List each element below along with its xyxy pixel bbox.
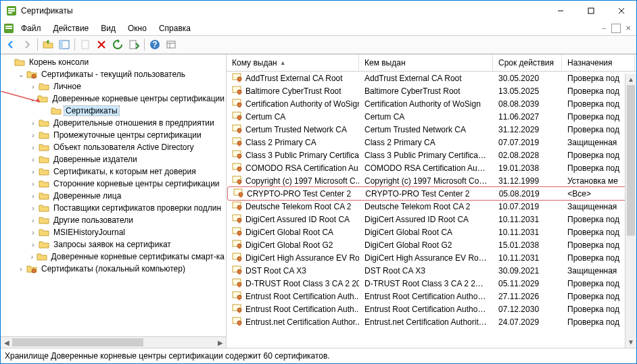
- menu-view[interactable]: Вид: [95, 22, 121, 34]
- list-row[interactable]: Entrust Root Certification Auth...Entrus…: [227, 290, 636, 303]
- tree-certs-user[interactable]: ⌄Сертификаты - текущий пользователь: [1, 68, 226, 80]
- expand-icon[interactable]: ›: [28, 192, 39, 200]
- menu-window[interactable]: Окно: [122, 22, 152, 34]
- tree-label: Доверенные корневые центры сертификации: [51, 94, 226, 103]
- tree-label: Доверенные лица: [52, 191, 122, 201]
- tree-root[interactable]: Корень консоли: [1, 56, 226, 68]
- expand-icon[interactable]: ›: [28, 241, 39, 249]
- tree-enterprise-trust[interactable]: ›Доверительные отношения в предприятии: [1, 117, 226, 129]
- maximize-button[interactable]: [575, 1, 606, 21]
- expand-icon[interactable]: ›: [28, 156, 39, 163]
- tree-trusted-publishers[interactable]: ›Доверенные издатели: [1, 153, 226, 165]
- expand-icon[interactable]: ›: [28, 205, 39, 212]
- tree-auth-providers[interactable]: ›Поставщики сертификатов проверки подлин: [1, 202, 226, 214]
- scroll-thumb[interactable]: [627, 85, 635, 236]
- folder-icon: [39, 227, 49, 238]
- list-row[interactable]: Entrust.net Certification Author...Entru…: [227, 315, 636, 328]
- expand-icon[interactable]: ›: [28, 132, 39, 139]
- expand-icon[interactable]: ›: [28, 229, 39, 236]
- mdi-minimize-button[interactable]: –: [598, 23, 609, 34]
- col-issued-by[interactable]: Кем выдан: [359, 55, 493, 71]
- svg-rect-13: [82, 41, 89, 49]
- list-row[interactable]: DigiCert Global Root CADigiCert Global R…: [227, 226, 636, 238]
- menu-action[interactable]: Действие: [48, 22, 95, 34]
- refresh-button[interactable]: [110, 37, 125, 52]
- list-row[interactable]: CRYPTO-PRO Test Center 2CRYPTO-PRO Test …: [228, 187, 635, 200]
- cut-button[interactable]: [78, 37, 93, 52]
- tree-certificates[interactable]: Сертификаты: [1, 105, 226, 117]
- cell-expires: 13.05.2025: [493, 86, 562, 96]
- list-row[interactable]: Deutsche Telekom Root CA 2Deutsche Telek…: [227, 200, 636, 213]
- list-row[interactable]: Copyright (c) 1997 Microsoft C...Copyrig…: [227, 174, 636, 187]
- list-row[interactable]: D-TRUST Root Class 3 CA 2 2009D-TRUST Ro…: [227, 277, 636, 290]
- export-button[interactable]: [126, 37, 141, 52]
- delete-button[interactable]: [94, 37, 109, 52]
- list-row[interactable]: DigiCert Global Root G2DigiCert Global R…: [227, 238, 636, 251]
- tree-smartcard[interactable]: ›Доверенные корневые сертификаты смарт-к…: [1, 251, 226, 263]
- cert-icon: [232, 290, 243, 303]
- expand-icon[interactable]: ›: [28, 144, 39, 151]
- tree-msie[interactable]: ›MSIEHistoryJournal: [1, 226, 226, 238]
- tree-certs-local[interactable]: ›Сертификаты (локальный компьютер): [1, 263, 226, 275]
- mdi-restore-button[interactable]: [611, 23, 621, 34]
- expand-icon[interactable]: ›: [28, 83, 39, 90]
- tree-pane[interactable]: Корень консоли⌄Сертификаты - текущий пол…: [1, 55, 227, 348]
- list-row[interactable]: DigiCert Assured ID Root CADigiCert Assu…: [227, 213, 636, 226]
- scroll-up-icon[interactable]: ▲: [626, 74, 636, 85]
- minimize-button[interactable]: [545, 1, 575, 21]
- show-hide-tree-button[interactable]: [57, 37, 72, 52]
- cell-issued-by: COMODO RSA Certification Auth...: [359, 163, 493, 173]
- tree-horizontal-scrollbar[interactable]: ◀ ▶: [1, 336, 226, 348]
- expand-icon[interactable]: ⌄: [16, 71, 26, 78]
- list-pane[interactable]: Кому выдан▲ Кем выдан Срок действия Назн…: [227, 55, 636, 348]
- list-row[interactable]: Baltimore CyberTrust RootBaltimore Cyber…: [227, 84, 636, 97]
- list-row[interactable]: AddTrust External CA RootAddTrust Extern…: [227, 72, 636, 84]
- col-issued-to[interactable]: Кому выдан▲: [227, 55, 359, 71]
- list-row[interactable]: Certification Authority of WoSignCertifi…: [227, 97, 636, 110]
- options-button[interactable]: [164, 37, 179, 52]
- status-text: Хранилище Доверенные корневые центры сер…: [5, 351, 330, 361]
- col-expires[interactable]: Срок действия: [493, 55, 562, 71]
- expand-icon[interactable]: ›: [28, 168, 39, 176]
- list-row[interactable]: Entrust Root Certification Auth...Entrus…: [227, 303, 636, 315]
- expand-icon[interactable]: ›: [28, 253, 37, 261]
- tree-third-party[interactable]: ›Сторонние корневые центры сертификации: [1, 178, 226, 190]
- folder-icon: [26, 263, 37, 274]
- svg-point-42: [237, 180, 241, 184]
- tree-label: MSIEHistoryJournal: [52, 228, 126, 237]
- cert-icon: [232, 97, 243, 110]
- expand-icon[interactable]: ›: [28, 217, 39, 224]
- list-vertical-scrollbar[interactable]: ▲ ▼: [625, 74, 636, 348]
- list-row[interactable]: DST Root CA X3DST Root CA X330.09.2021За…: [227, 264, 636, 277]
- menu-file[interactable]: Файл: [16, 22, 47, 34]
- scroll-down-icon[interactable]: ▼: [626, 336, 636, 348]
- list-row[interactable]: COMODO RSA Certification Au...COMODO RSA…: [227, 161, 636, 174]
- list-row[interactable]: Class 3 Public Primary Certificat...Clas…: [227, 149, 636, 161]
- close-button[interactable]: [606, 1, 636, 21]
- menu-help[interactable]: Справка: [154, 22, 196, 34]
- up-button[interactable]: [41, 37, 55, 52]
- list-row[interactable]: Certum Trusted Network CACertum Trusted …: [227, 123, 636, 136]
- list-row[interactable]: Certum CACertum CA11.06.2027Проверка под: [227, 110, 636, 123]
- mdi-close-button[interactable]: ✕: [623, 23, 634, 34]
- help-button[interactable]: ?: [147, 37, 162, 52]
- expand-icon[interactable]: ›: [28, 120, 39, 127]
- tree-personal[interactable]: ›Личное: [1, 80, 226, 93]
- expand-icon[interactable]: ›: [16, 265, 26, 273]
- back-button[interactable]: [3, 37, 18, 52]
- col-purposes[interactable]: Назначения: [562, 55, 635, 71]
- tree-untrusted[interactable]: ›Сертификаты, к которым нет доверия: [1, 165, 226, 178]
- forward-button[interactable]: [20, 37, 34, 52]
- tree-cert-requests[interactable]: ›Запросы заявок на сертификат: [1, 238, 226, 251]
- tree-other-users[interactable]: ›Другие пользователи: [1, 214, 226, 226]
- expand-icon[interactable]: ›: [28, 180, 39, 188]
- tree-trusted-people[interactable]: ›Доверенные лица: [1, 190, 226, 202]
- svg-rect-2: [8, 10, 15, 11]
- list-row[interactable]: DigiCert High Assurance EV Ro...DigiCert…: [227, 251, 636, 264]
- cell-issued-by: DST Root CA X3: [359, 266, 493, 276]
- tree-ad-user-obj[interactable]: ›Объект пользователя Active Directory: [1, 141, 226, 153]
- tree-intermediate[interactable]: ›Промежуточные центры сертификации: [1, 129, 226, 141]
- expand-icon[interactable]: ⌄: [28, 95, 37, 103]
- list-row[interactable]: Class 2 Primary CAClass 2 Primary CA07.0…: [227, 136, 636, 149]
- tree-trusted-root[interactable]: ⌄Доверенные корневые центры сертификации: [1, 93, 226, 105]
